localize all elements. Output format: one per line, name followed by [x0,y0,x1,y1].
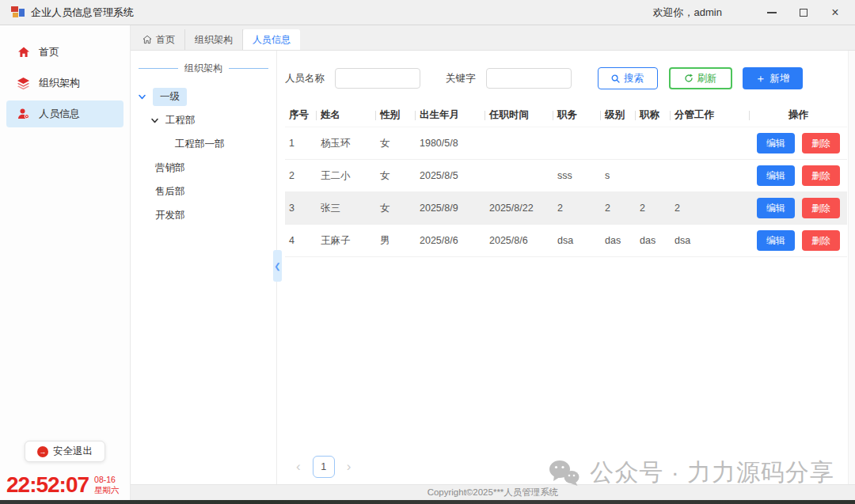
tab-home[interactable]: 首页 [133,29,185,50]
cell-level: s [601,170,636,181]
content-area: 人员名称 关键字 搜索 [277,51,855,484]
refresh-icon [684,74,694,83]
minimize-icon[interactable] [766,7,777,18]
person-name-input[interactable] [335,68,420,89]
tree-node-aftersales[interactable]: 售后部 [131,180,276,203]
cell-name: 杨玉环 [317,137,376,150]
table-row: 3 张三 女 2025/8/9 2025/8/22 2 2 2 2 编辑 删除 [285,192,847,225]
cell-title: 2 [636,203,671,214]
col-gender: 性别 [376,108,416,122]
cell-level: 2 [601,203,636,214]
tree-collapse-handle[interactable]: ❮ [273,250,282,282]
sidebar-item-label: 组织架构 [39,76,80,90]
cell-level: das [601,235,636,246]
edit-button[interactable]: 编辑 [757,133,795,153]
desktop-edge [0,500,855,504]
tab-label: 组织架构 [195,33,233,47]
table-row: 1 杨玉环 女 1980/5/8 编辑 删除 [285,127,847,160]
tree-node-marketing[interactable]: 营销部 [131,156,276,180]
keyword-input[interactable] [486,68,572,89]
tree-node-label: 一级 [153,88,187,106]
sidebar-item-label: 人员信息 [39,107,80,121]
search-button[interactable]: 搜索 [598,67,658,89]
footer: Copyright©2025***人员管理系统 [131,484,855,500]
cell-title: das [636,235,671,246]
delete-button[interactable]: 删除 [802,198,840,218]
cell-seq: 1 [285,138,317,149]
col-actions: 操作 [750,108,847,122]
col-level: 级别 [601,108,636,122]
cell-actions: 编辑 删除 [750,230,847,251]
add-button-label: 新增 [770,72,790,85]
close-icon[interactable]: × [830,7,841,18]
tree-node-development[interactable]: 开发部 [131,203,276,227]
tree-node-engineering-1[interactable]: 工程部一部 [131,132,276,156]
cell-birth: 2025/8/9 [416,203,485,214]
sidebar-item-home[interactable]: 首页 [6,39,124,66]
tree-title: 组织架构 [184,62,222,75]
cell-tenure: 2025/8/6 [485,235,553,246]
app-window: 企业人员信息管理系统 欢迎你，admin × 首页 [0,0,855,504]
sidebar: 首页 组织架构 [0,25,131,500]
tab-org[interactable]: 组织架构 [185,29,243,50]
sidebar-item-org[interactable]: 组织架构 [6,70,124,97]
cell-seq: 4 [285,235,317,246]
page-number-button[interactable]: 1 [313,456,335,478]
chevron-down-icon[interactable] [138,93,147,101]
col-birth: 出生年月 [416,108,485,122]
workspace: 组织架构 一级 工程部 [131,51,855,484]
table-header-row: 序号 姓名 性别 出生年月 任职时间 职务 级别 职称 分管工作 操作 [285,104,847,127]
delete-button[interactable]: 删除 [802,230,840,251]
cell-actions: 编辑 删除 [750,165,847,186]
cell-actions: 编辑 删除 [750,133,847,153]
search-icon [611,74,620,83]
col-title: 职称 [636,108,671,122]
next-page-icon[interactable]: › [347,459,352,475]
refresh-button-label: 刷新 [697,72,717,85]
delete-button[interactable]: 删除 [802,165,840,186]
logout-icon: → [37,446,48,457]
clock-date: 08-16 [94,475,120,485]
pagination: ‹ 1 › [296,456,351,478]
prev-page-icon[interactable]: ‹ [296,459,301,475]
add-button[interactable]: ＋ 新增 [743,67,803,89]
cell-birth: 2025/8/6 [416,235,485,246]
keyword-label: 关键字 [446,72,476,85]
copyright-text: Copyright©2025***人员管理系统 [428,487,559,498]
vertical-scrollbar[interactable] [848,51,855,484]
table-row: 2 王二小 女 2025/8/5 sss s 编辑 删除 [285,160,847,192]
title-bar: 企业人员信息管理系统 欢迎你，admin × [0,0,855,25]
table-row: 4 王麻子 男 2025/8/6 2025/8/6 dsa das das ds… [285,225,847,257]
maximize-icon[interactable] [798,7,809,18]
tree-node-label: 工程部一部 [175,138,225,151]
col-tenure: 任职时间 [485,108,553,122]
col-seq: 序号 [285,108,317,122]
refresh-button[interactable]: 刷新 [669,67,732,89]
home-outline-icon [142,35,152,44]
edit-button[interactable]: 编辑 [757,165,795,186]
tab-personnel[interactable]: 人员信息 [243,29,300,50]
col-name: 姓名 [317,108,376,122]
cell-position: sss [553,170,601,181]
chevron-down-icon[interactable] [150,116,160,125]
person-name-label: 人员名称 [285,72,325,85]
cell-name: 张三 [317,202,376,215]
logout-button[interactable]: → 安全退出 [25,441,105,462]
org-tree-panel: 组织架构 一级 工程部 [131,51,277,484]
tab-label: 人员信息 [253,33,291,47]
sidebar-item-personnel[interactable]: 人员信息 [6,100,124,127]
cell-birth: 1980/5/8 [416,138,485,149]
edit-button[interactable]: 编辑 [757,230,795,251]
home-icon [17,46,30,59]
delete-button[interactable]: 删除 [802,133,840,153]
tree-node-level1[interactable]: 一级 [131,85,276,108]
cell-birth: 2025/8/5 [416,170,485,181]
clock-weekday: 星期六 [94,485,120,495]
col-duty: 分管工作 [671,108,750,122]
tree-node-engineering[interactable]: 工程部 [131,108,276,132]
tab-label: 首页 [156,33,175,47]
cell-gender: 女 [376,137,416,150]
edit-button[interactable]: 编辑 [757,198,795,218]
logout-label: 安全退出 [53,445,93,458]
search-button-label: 搜索 [624,72,644,85]
